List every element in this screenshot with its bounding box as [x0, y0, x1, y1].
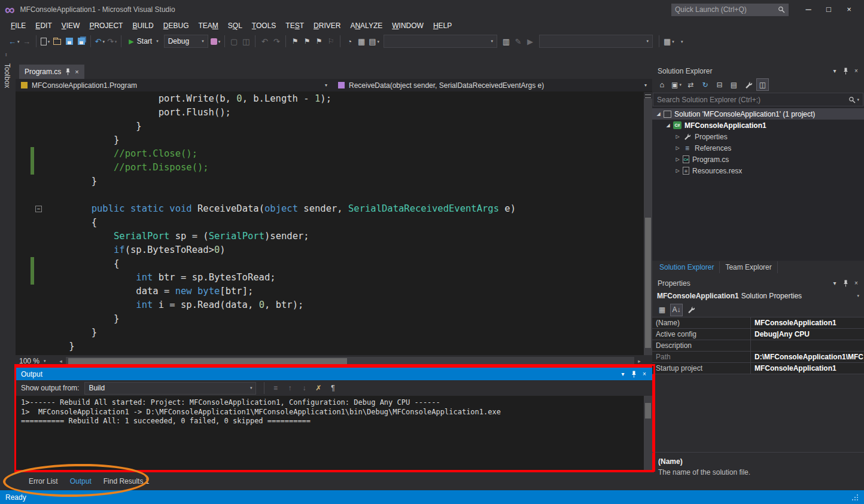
menu-debug[interactable]: DEBUG [159, 20, 194, 31]
panel-tab-find-results-1[interactable]: Find Results 1 [99, 474, 154, 488]
expander-icon[interactable]: ▷ [674, 134, 682, 139]
home-icon[interactable]: ⌂ [656, 78, 668, 91]
close-icon[interactable]: × [851, 280, 862, 286]
find-combo[interactable]: ▾ [384, 35, 497, 48]
open-file-icon[interactable] [51, 34, 63, 48]
menu-build[interactable]: BUILD [127, 20, 158, 31]
properties-object-dropdown[interactable]: MFConsoleApplication1 Solution Propertie… [652, 289, 864, 303]
tree-item-program-cs[interactable]: ▷Program.cs [652, 154, 864, 165]
watch-window-icon[interactable]: ▤▾ [367, 34, 381, 48]
prev-message-icon[interactable]: ↑ [283, 381, 296, 395]
property-row-startup-project[interactable]: Startup projectMFConsoleApplication1 [652, 363, 864, 374]
refresh-icon[interactable]: ↻ [699, 78, 711, 91]
debug-target-icon[interactable]: ▾ [209, 34, 222, 48]
solution-configuration-dropdown[interactable]: Debug▾ [164, 35, 208, 48]
chevron-down-icon[interactable]: ▾ [857, 97, 859, 102]
pin-icon[interactable] [840, 68, 851, 75]
clear-all-icon[interactable]: ✗ [312, 381, 325, 395]
sync-with-active-document-icon[interactable]: ⇄ [684, 78, 697, 91]
properties-wrench-icon[interactable] [742, 78, 755, 91]
window-position-icon[interactable]: ▾ [829, 280, 840, 286]
close-button[interactable]: × [839, 3, 859, 16]
collapse-all-icon[interactable]: ⊟ [713, 78, 726, 91]
save-all-icon[interactable] [75, 34, 87, 48]
property-row-description[interactable]: Description [652, 340, 864, 352]
menu-driver[interactable]: DRIVER [309, 20, 345, 31]
toggle-bookmark-icon[interactable]: ⚑ [289, 34, 301, 48]
switch-views-icon[interactable]: ▣▾ [670, 78, 683, 91]
property-pages-wrench-icon[interactable] [684, 304, 697, 316]
menu-project[interactable]: PROJECT [84, 20, 127, 31]
toolbar-overflow-icon[interactable]: ▾ [676, 34, 687, 48]
navigate-backward-icon[interactable]: ←▾ [7, 34, 21, 48]
tree-item-solution-mfconsoleapplication1-1-project[interactable]: ◢Solution 'MFConsoleApplication1' (1 pro… [652, 108, 864, 120]
show-all-files-icon[interactable]: ▤ [728, 78, 740, 91]
property-row-active-config[interactable]: Active configDebug|Any CPU [652, 329, 864, 340]
output-source-dropdown[interactable]: Build▾ [84, 382, 256, 395]
tree-item-references[interactable]: ▷References [652, 142, 864, 154]
menu-test[interactable]: TEST [281, 20, 309, 31]
tree-item-resources-resx[interactable]: ▷Resources.resx [652, 165, 864, 176]
quick-launch-input[interactable] [675, 5, 775, 14]
menu-window[interactable]: WINDOW [387, 20, 428, 31]
word-wrap-icon[interactable]: ¶ [326, 381, 339, 395]
scrollbar-thumb[interactable] [68, 358, 347, 364]
maximize-button[interactable]: □ [819, 3, 839, 16]
vertical-scrollbar[interactable] [644, 92, 652, 355]
pin-icon[interactable] [840, 280, 851, 287]
code-editor[interactable]: − port.Write(b, 0, b.Length - 1); port.F… [16, 92, 652, 355]
menu-file[interactable]: FILE [6, 20, 31, 31]
expander-icon[interactable]: ▷ [674, 145, 682, 151]
code-analysis-icon[interactable]: ◔ [343, 34, 355, 48]
search-icon[interactable] [778, 6, 785, 13]
navigate-forward-icon[interactable]: → [21, 34, 33, 48]
tool-tab-solution-explorer[interactable]: Solution Explorer [654, 261, 720, 273]
categorized-icon[interactable]: ▦ [656, 304, 668, 316]
new-file-icon[interactable]: ▾ [39, 34, 51, 48]
run-query-icon[interactable]: ▶ [524, 34, 536, 48]
next-message-icon[interactable]: ↓ [297, 381, 311, 395]
search-icon[interactable] [848, 96, 856, 103]
scroll-left-icon[interactable]: ◂ [56, 358, 65, 364]
menu-view[interactable]: VIEW [57, 20, 85, 31]
redo-icon[interactable]: ↷▾ [106, 34, 118, 48]
scroll-right-icon[interactable]: ▸ [635, 358, 644, 364]
member-dropdown[interactable]: ReceiveData(object sender, SerialDataRec… [333, 79, 652, 91]
solution-explorer-title-bar[interactable]: Solution Explorer ▾ × [652, 65, 864, 77]
panel-tab-output[interactable]: Output [65, 474, 96, 488]
panel-tab-error-list[interactable]: Error List [24, 474, 63, 488]
alphabetical-sort-icon[interactable]: A↓ [670, 304, 683, 316]
close-icon[interactable]: × [639, 371, 650, 377]
collapse-region-icon[interactable]: − [35, 206, 42, 212]
tool-tab-team-explorer[interactable]: Team Explorer [720, 261, 777, 273]
property-row-path[interactable]: PathD:\MFConsoleApplication1\MFC [652, 352, 864, 363]
next-bookmark-icon[interactable]: ⚑ [313, 34, 325, 48]
minimize-button[interactable]: ─ [798, 3, 819, 16]
toolbox-tab[interactable]: Toolbox [3, 63, 11, 88]
undo-icon[interactable]: ↶▾ [94, 34, 106, 48]
quick-launch-box[interactable] [671, 4, 789, 16]
output-scrollbar[interactable] [644, 396, 652, 471]
save-icon[interactable] [63, 34, 75, 48]
pin-icon[interactable] [65, 68, 71, 75]
pin-icon[interactable] [628, 371, 639, 378]
expander-icon[interactable]: ◢ [655, 111, 662, 117]
scrollbar-thumb[interactable] [645, 403, 651, 419]
window-position-icon[interactable]: ▾ [617, 371, 628, 377]
editor-split-handle[interactable] [644, 92, 652, 99]
property-row-name[interactable]: (Name)MFConsoleApplication1 [652, 317, 864, 329]
split-window-icon[interactable]: ◫ [240, 34, 252, 48]
output-title-bar[interactable]: Output ▾ × [16, 368, 652, 380]
resize-grip-icon[interactable] [851, 494, 859, 501]
type-dropdown[interactable]: MFConsoleApplication1.Program ▾ [16, 79, 333, 91]
clear-bookmarks-icon[interactable]: ⚐ [325, 34, 337, 48]
memory-window-icon[interactable]: ▦ [355, 34, 367, 48]
code-lines[interactable]: port.Write(b, 0, b.Length - 1); port.Flu… [47, 92, 644, 355]
edit-pencil-icon[interactable]: ✎ [512, 34, 524, 48]
scrollbar-thumb[interactable] [645, 218, 651, 348]
horizontal-scrollbar[interactable] [66, 357, 634, 365]
menu-sql[interactable]: SQL [223, 20, 247, 31]
tree-item-mfconsoleapplication1[interactable]: ◢MFConsoleApplication1 [652, 120, 864, 131]
solution-search-box[interactable]: ▾ [653, 93, 863, 106]
document-tab-program-cs[interactable]: Program.cs × [19, 65, 84, 79]
